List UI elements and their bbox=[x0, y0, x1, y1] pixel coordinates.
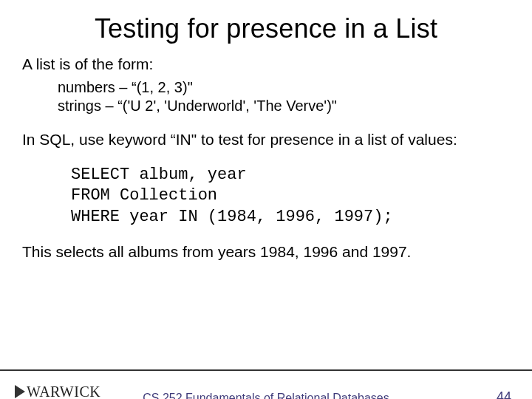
slide-footer: WARWICK CS 252 Fundamentals of Relationa… bbox=[0, 369, 532, 399]
course-label: CS 252 Fundamentals of Relational Databa… bbox=[0, 392, 532, 399]
example-strings: strings – “('U 2', 'Underworld', 'The Ve… bbox=[22, 97, 510, 115]
slide: Testing for presence in a List A list is… bbox=[0, 13, 532, 399]
code-line-3: WHERE year IN (1984, 1996, 1997); bbox=[71, 207, 510, 228]
sql-intro-text: In SQL, use keyword “IN" to test for pre… bbox=[22, 130, 510, 149]
code-line-1: SELECT album, year bbox=[71, 165, 510, 186]
code-block: SELECT album, year FROM Collection WHERE… bbox=[22, 165, 510, 228]
intro-text: A list is of the form: bbox=[22, 55, 510, 74]
page-number: 44 bbox=[497, 389, 511, 399]
code-line-2: FROM Collection bbox=[71, 185, 510, 207]
slide-title: Testing for presence in a List bbox=[0, 13, 532, 44]
conclusion-text: This selects all albums from years 1984,… bbox=[22, 242, 510, 262]
slide-body: A list is of the form: numbers – “(1, 2,… bbox=[0, 55, 532, 262]
example-numbers: numbers – “(1, 2, 3)" bbox=[22, 78, 510, 97]
